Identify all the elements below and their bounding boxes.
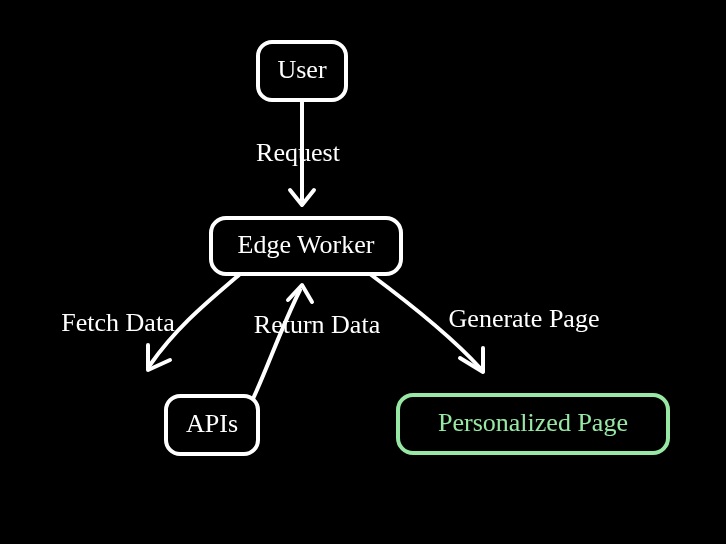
edge-return-data-label: Return Data [254,310,381,339]
edge-generate-page: Generate Page [370,274,599,372]
node-personalized-page: Personalized Page [398,395,668,453]
node-user-label: User [277,55,326,84]
edge-generate-page-label: Generate Page [449,304,600,333]
node-user: User [258,42,346,100]
edge-fetch-data: Fetch Data [61,274,240,370]
edge-fetch-data-label: Fetch Data [61,308,175,337]
node-apis-label: APIs [186,409,238,438]
node-apis: APIs [166,396,258,454]
edge-return-data: Return Data [250,285,381,405]
node-edge-worker: Edge Worker [211,218,401,274]
node-edge-worker-label: Edge Worker [238,230,375,259]
node-personalized-page-label: Personalized Page [438,408,628,437]
edge-request-label: Request [256,138,341,167]
diagram-canvas: User Request Edge Worker Fetch Data Retu… [0,0,726,544]
edge-request: Request [256,100,341,205]
